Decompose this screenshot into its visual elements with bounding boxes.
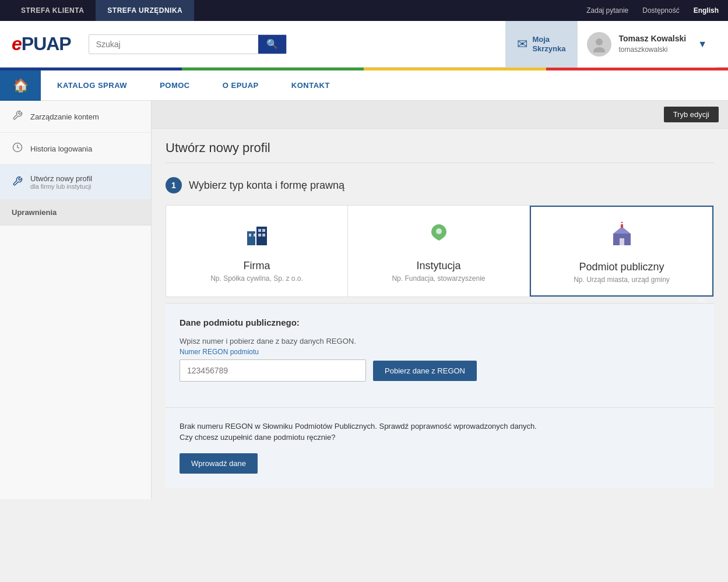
- svg-rect-14: [620, 238, 624, 245]
- sidebar-label-nowy-profil: Utwórz nowy profil: [30, 174, 92, 183]
- svg-rect-5: [249, 234, 251, 237]
- arrow-indicator: [166, 297, 714, 303]
- instytucja-icon: [424, 220, 453, 254]
- instytucja-desc: Np. Fundacja, stowarzyszenie: [392, 274, 485, 283]
- step-title: Wybierz typ konta i formę prawną: [189, 179, 344, 192]
- manual-data-button[interactable]: Wprowadź dane: [180, 453, 258, 474]
- nav-katalog[interactable]: KATALOG SPRAW: [41, 70, 143, 101]
- user-info: Tomasz Kowalski tomaszkowalski: [618, 33, 686, 54]
- step-header: 1 Wybierz typ konta i formę prawną: [166, 177, 714, 193]
- logo-e: e: [12, 33, 22, 54]
- svg-point-11: [436, 228, 442, 234]
- entity-card-podmiot[interactable]: Podmiot publiczny Np. Urząd miasta, urzą…: [530, 206, 713, 297]
- edit-mode-button[interactable]: Tryb edycji: [664, 107, 719, 122]
- user-login: tomaszkowalski: [618, 45, 686, 55]
- search-button[interactable]: 🔍: [258, 35, 286, 54]
- svg-rect-6: [254, 234, 256, 237]
- sidebar-sublabel-nowy-profil: dla firmy lub instytucji: [30, 183, 92, 190]
- wrench2-icon: [12, 176, 23, 189]
- logo[interactable]: ePUAP: [12, 33, 71, 55]
- svg-point-0: [596, 38, 603, 45]
- ask-question-link[interactable]: Zadaj pytanie: [586, 6, 628, 15]
- header-right: ✉ Moja Skrzynka Tomasz Kowalski tomaszko…: [505, 21, 716, 68]
- nav-items: KATALOG SPRAW POMOC O ePUAP KONTAKT: [41, 70, 346, 101]
- header: ePUAP 🔍 ✉ Moja Skrzynka Tomasz Kowalski …: [0, 21, 728, 68]
- logo-puap: PUAP: [22, 33, 71, 54]
- search-icon: 🔍: [266, 38, 278, 50]
- sidebar-item-historia[interactable]: Historia logowania: [0, 133, 151, 165]
- error-section: Brak numeru REGON w Słowniku Podmiotów P…: [166, 407, 714, 488]
- podmiot-icon: [607, 221, 636, 255]
- tab-klient[interactable]: STREFA KLIENTA: [9, 0, 96, 21]
- user-button[interactable]: Tomasz Kowalski tomaszkowalski ▼: [577, 21, 716, 68]
- sidebar-item-zarzadzanie[interactable]: Zarządzanie kontem: [0, 101, 151, 133]
- svg-point-1: [593, 47, 605, 52]
- instytucja-name: Instytucja: [416, 260, 460, 272]
- sidebar: Zarządzanie kontem Historia logowania Ut…: [0, 101, 152, 499]
- form-description: Wpisz numer i pobierz dane z bazy danych…: [180, 337, 700, 345]
- svg-rect-10: [262, 234, 265, 237]
- search-bar: 🔍: [89, 34, 287, 54]
- avatar: [587, 32, 611, 57]
- language-selector[interactable]: English: [694, 6, 719, 15]
- svg-rect-15: [621, 224, 623, 228]
- firma-icon: [242, 220, 272, 254]
- podmiot-name: Podmiot publiczny: [579, 261, 664, 273]
- clock-icon: [12, 142, 23, 155]
- page-title: Utwórz nowy profil: [166, 140, 714, 163]
- sidebar-item-nowy-profil[interactable]: Utwórz nowy profil dla firmy lub instytu…: [0, 165, 151, 200]
- form-row: Pobierz dane z REGON: [180, 359, 700, 382]
- step-number: 1: [166, 177, 182, 193]
- fetch-regon-button[interactable]: Pobierz dane z REGON: [373, 361, 477, 381]
- tab-urzednik[interactable]: STREFA URZĘDNIKA: [96, 0, 194, 21]
- mailbox-button[interactable]: ✉ Moja Skrzynka: [505, 21, 577, 68]
- logo-text: ePUAP: [12, 33, 71, 55]
- wrench-icon: [12, 110, 23, 123]
- svg-rect-7: [258, 229, 261, 232]
- arrow-up-icon: [695, 297, 707, 303]
- firma-desc: Np. Spółka cywilna, Sp. z o.o.: [210, 274, 303, 283]
- main-content: Tryb edycji Utwórz nowy profil 1 Wybierz…: [152, 101, 728, 499]
- user-name: Tomasz Kowalski: [618, 33, 686, 45]
- sidebar-section-uprawnienia: Uprawnienia: [0, 200, 151, 225]
- error-text-2: Czy chcesz uzupełnić dane podmiotu ręczn…: [180, 433, 700, 442]
- svg-marker-16: [621, 221, 623, 223]
- entity-card-firma[interactable]: Firma Np. Spółka cywilna, Sp. z o.o.: [166, 206, 348, 297]
- accessibility-link[interactable]: Dostępność: [642, 6, 679, 15]
- svg-rect-8: [262, 229, 265, 232]
- regon-field-label: Numer REGON podmiotu: [180, 348, 700, 356]
- svg-rect-9: [258, 234, 261, 237]
- sidebar-nowy-profil-group: Utwórz nowy profil dla firmy lub instytu…: [30, 174, 92, 190]
- page-container: Utwórz nowy profil 1 Wybierz typ konta i…: [152, 129, 728, 499]
- mailbox-label: Moja Skrzynka: [532, 35, 565, 53]
- sidebar-label-zarzadzanie: Zarządzanie kontem: [30, 112, 99, 121]
- error-text-1: Brak numeru REGON w Słowniku Podmiotów P…: [180, 422, 700, 431]
- form-section: Dane podmiotu publicznego: Wpisz numer i…: [166, 303, 714, 407]
- nav-pomoc[interactable]: POMOC: [143, 70, 206, 101]
- nav-oepuap[interactable]: O ePUAP: [206, 70, 275, 101]
- form-section-title: Dane podmiotu publicznego:: [180, 318, 700, 327]
- podmiot-desc: Np. Urząd miasta, urząd gminy: [574, 276, 670, 284]
- content-area: Zarządzanie kontem Historia logowania Ut…: [0, 101, 728, 499]
- dropdown-arrow-icon: ▼: [698, 39, 707, 50]
- svg-rect-4: [256, 227, 267, 245]
- edit-mode-bar: Tryb edycji: [152, 101, 728, 129]
- entity-card-instytucja[interactable]: Instytucja Np. Fundacja, stowarzyszenie: [348, 206, 530, 297]
- firma-name: Firma: [244, 260, 270, 272]
- nav-kontakt[interactable]: KONTAKT: [275, 70, 346, 101]
- top-nav: STREFA KLIENTA STREFA URZĘDNIKA Zadaj py…: [0, 0, 728, 21]
- home-button[interactable]: 🏠: [0, 70, 41, 101]
- main-nav: 🏠 KATALOG SPRAW POMOC O ePUAP KONTAKT: [0, 70, 728, 101]
- search-input[interactable]: [89, 35, 258, 54]
- entity-cards: Firma Np. Spółka cywilna, Sp. z o.o. Ins…: [166, 205, 714, 297]
- top-nav-right: Zadaj pytanie Dostępność English: [586, 6, 719, 15]
- sidebar-label-historia: Historia logowania: [30, 144, 92, 153]
- mail-icon: ✉: [517, 37, 527, 52]
- regon-input[interactable]: [180, 359, 366, 382]
- svg-rect-3: [247, 231, 255, 245]
- top-nav-tabs: STREFA KLIENTA STREFA URZĘDNIKA: [9, 0, 194, 21]
- home-icon: 🏠: [13, 78, 29, 93]
